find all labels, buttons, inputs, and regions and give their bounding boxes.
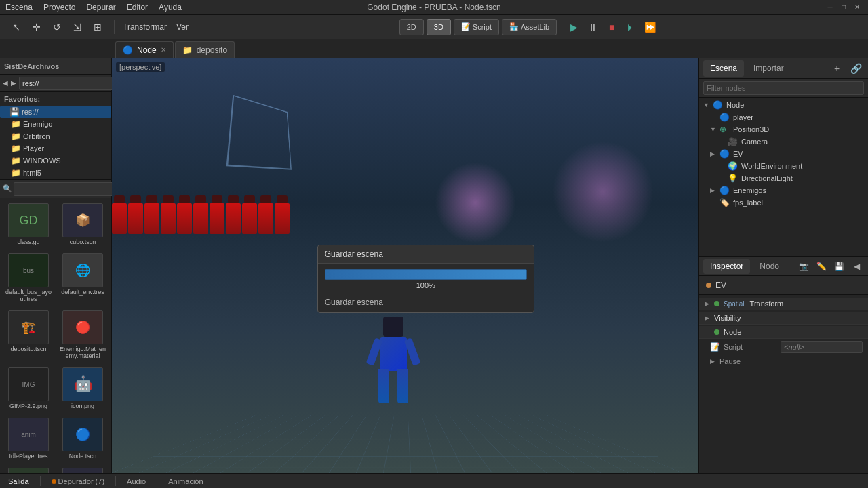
link-node-button[interactable]: 🔗 <box>848 60 864 77</box>
menu-depurar[interactable]: Depurar <box>86 3 115 12</box>
insp-pencil-btn[interactable]: ✏️ <box>814 259 829 274</box>
tree-item-player[interactable]: 🔵 player <box>699 111 868 123</box>
menu-proyecto[interactable]: Proyecto <box>43 3 75 12</box>
mode-2d-button[interactable]: 2D <box>399 19 424 35</box>
progress-bar-bg <box>325 269 527 280</box>
inspector-tab-nodo[interactable]: Nodo <box>753 259 786 274</box>
mode-3d-button[interactable]: 3D <box>427 19 451 35</box>
file-grid-item-icon[interactable]: 🤖 icon.png <box>57 365 108 412</box>
insp-section-visibility-header[interactable]: ▶ Visibility <box>699 312 868 325</box>
file-grid-item-node[interactable]: 🔵 Node.tscn <box>57 415 108 462</box>
script-button[interactable]: 📝Script <box>454 19 499 35</box>
file-grid-item-player-tscn[interactable]: player player.tscn <box>3 465 54 473</box>
file-grid-item-walk[interactable]: walk walkPlayer.tres <box>57 465 108 473</box>
file-grid-row-6: player player.tscn walk walkPlayer.tres <box>3 465 108 473</box>
menu-escena[interactable]: Escena <box>5 3 33 12</box>
tree-icon-player: 🔵 <box>719 113 730 122</box>
tree-item-dirlight[interactable]: 💡 DirectionalLight <box>699 172 868 184</box>
play-button[interactable]: ▶ <box>565 18 583 36</box>
file-label-env: default_env.tres <box>61 289 104 296</box>
favorites-label: Favoritos: <box>0 92 111 106</box>
scene-tab-importar[interactable]: Importar <box>747 60 791 77</box>
play-custom-button[interactable]: ⏩ <box>641 18 658 36</box>
file-grid-row-3: 🏗️ deposito.tscn 🔴 Enemigo.Mat_enemy.mat… <box>3 308 108 362</box>
pause-button[interactable]: ⏸ <box>584 18 601 36</box>
tree-item-enemigos[interactable]: ▶ 🔵 Enemigos <box>699 184 868 197</box>
enemy-5 <box>177 203 192 234</box>
insp-section-node: Node 📝 Script <null> ▶ Pause <box>699 326 868 367</box>
file-grid-item-bus[interactable]: bus default_bus_layout.tres <box>3 251 54 305</box>
insp-section-transform-header[interactable]: ▶ Spatial Transform <box>699 298 868 310</box>
script-value[interactable]: <null> <box>781 341 863 353</box>
close-button[interactable]: ✕ <box>852 2 863 13</box>
tree-item-node[interactable]: ▼ 🔵 Node <box>699 99 868 111</box>
play-scene-button[interactable]: ⏵ <box>622 18 639 36</box>
search-button[interactable]: 🔍 <box>3 183 12 195</box>
file-grid-item-env[interactable]: 🌐 default_env.tres <box>57 251 108 305</box>
file-grid-row-5: anim IdlePlayer.tres 🔵 Node.tscn <box>3 415 108 462</box>
file-item-windows[interactable]: 📁WINDOWS <box>0 155 111 167</box>
inspector-tab-inspector[interactable]: Inspector <box>703 259 750 274</box>
insp-section-node-header[interactable]: Node <box>699 326 868 339</box>
perspective-label: [perspective] <box>116 62 165 72</box>
tab-node[interactable]: 🔵 Node ✕ <box>115 41 174 58</box>
section-dot-transform <box>714 301 719 306</box>
tree-item-fpslabel[interactable]: 🏷️ fps_label <box>699 197 868 209</box>
file-grid-item-class[interactable]: GD class.gd <box>3 201 54 248</box>
viewport[interactable]: [perspective] Guardar escena 100% Guarda… <box>112 58 698 473</box>
tab-deposito[interactable]: 📁 deposito <box>175 41 235 58</box>
file-item-orbitron[interactable]: 📁Orbitron <box>0 130 111 142</box>
scene-tabs-bar: Escena Importar + 🔗 <box>699 58 868 79</box>
insp-save-btn[interactable]: 💾 <box>831 259 846 274</box>
assetlib-button[interactable]: 🏪AssetLib <box>502 19 557 35</box>
insp-collapse-btn[interactable]: ◀ <box>849 259 864 274</box>
transform-label[interactable]: Transformar <box>119 22 171 32</box>
view-label[interactable]: Ver <box>172 22 193 32</box>
file-item-enemigo[interactable]: 📁Enemigo <box>0 118 111 130</box>
file-grid-item-enemigo-mat[interactable]: 🔴 Enemigo.Mat_enemy.material <box>57 308 108 362</box>
move-tool[interactable]: ✛ <box>27 18 46 37</box>
path-forward-button[interactable]: ▶ <box>11 78 16 89</box>
toolbar: ↖ ✛ ↺ ⇲ ⊞ Transformar Ver 2D 3D 📝Script … <box>0 15 868 39</box>
bottom-tab-audio[interactable]: Audio <box>124 477 149 485</box>
file-grid-item-deposito[interactable]: 🏗️ deposito.tscn <box>3 308 54 362</box>
search-input[interactable] <box>14 182 114 196</box>
tree-item-worldenv[interactable]: 🌍 WorldEnvironment <box>699 160 868 172</box>
file-grid-item-gimp[interactable]: IMG GIMP-2.9.png <box>3 365 54 412</box>
rotate-tool[interactable]: ↺ <box>47 18 66 37</box>
file-label-gimp: GIMP-2.9.png <box>9 403 47 409</box>
select-tool[interactable]: ↖ <box>7 18 26 37</box>
bottom-tab-salida[interactable]: Salida <box>5 477 32 485</box>
file-grid-item-cubo[interactable]: 📦 cubo.tscn <box>57 201 108 248</box>
stop-button[interactable]: ■ <box>603 18 620 36</box>
path-input[interactable] <box>19 77 119 90</box>
path-back-button[interactable]: ◀ <box>3 78 8 89</box>
section-type-node: Node <box>724 328 741 336</box>
bottom-tab-animacion[interactable]: Animación <box>165 477 205 485</box>
filter-nodes-input[interactable] <box>703 81 864 95</box>
tab-node-close[interactable]: ✕ <box>161 46 166 54</box>
file-item-html5[interactable]: 📁html5 <box>0 167 111 179</box>
tree-item-camera[interactable]: 🎥 Camera <box>699 136 868 148</box>
bottom-sep-2 <box>115 476 116 486</box>
tree-item-position3d[interactable]: ▼ ⊕ Position3D <box>699 123 868 136</box>
add-node-button[interactable]: + <box>829 60 845 77</box>
file-browser-panel: SistDeArchivos ◀ ▶ ★ Favoritos: 💾res:// … <box>0 58 112 473</box>
tree-icon-node: 🔵 <box>713 100 724 110</box>
tree-item-ev[interactable]: ▶ 🔵 EV <box>699 148 868 160</box>
local-global-tool[interactable]: ⊞ <box>88 18 107 37</box>
insp-screenshot-btn[interactable]: 📷 <box>796 259 811 274</box>
bottom-tab-depurador[interactable]: Depurador (7) <box>49 477 107 485</box>
enemy-4 <box>161 203 176 234</box>
tree-icon-dirlight: 💡 <box>728 174 738 183</box>
menu-ayuda[interactable]: Ayuda <box>159 3 182 12</box>
file-grid-item-idle[interactable]: anim IdlePlayer.tres <box>3 415 54 462</box>
tree-icon-enemigos: 🔵 <box>719 186 730 195</box>
scale-tool[interactable]: ⇲ <box>68 18 87 37</box>
minimize-button[interactable]: ─ <box>825 2 835 13</box>
menu-editor[interactable]: Editor <box>127 3 148 12</box>
file-item-res[interactable]: 💾res:// <box>0 106 111 118</box>
file-item-player[interactable]: 📁Player <box>0 142 111 155</box>
maximize-button[interactable]: □ <box>838 2 849 13</box>
scene-tab-escena[interactable]: Escena <box>703 60 744 77</box>
